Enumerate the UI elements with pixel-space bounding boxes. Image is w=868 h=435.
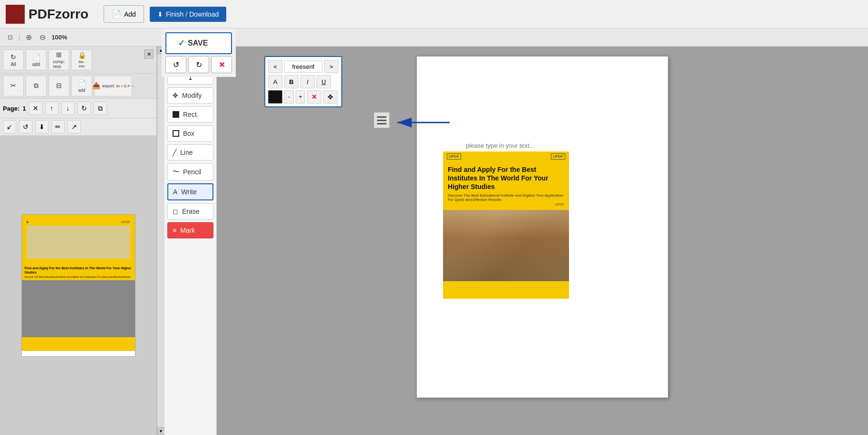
box-tool-button[interactable]: Box — [167, 125, 213, 142]
rect-tool-button[interactable]: Rect. — [167, 106, 213, 123]
header: PDFzorro 📄 Add ⬇ Finish / Download — [0, 0, 868, 28]
write-tool-button[interactable]: A Write — [167, 183, 213, 200]
prev-font-button[interactable]: < — [268, 60, 282, 73]
logo-icon — [6, 5, 25, 24]
left-sidebar: ↻ All 📄 add ⊞ comp-ress 🔒 file-info ✕ ✂ — [0, 47, 157, 435]
text-format-toolbar: < freeserif > A B I U - + ✕ ✥ — [264, 56, 342, 107]
canvas-area: < freeserif > A B I U - + ✕ ✥ — [217, 47, 868, 435]
pdf-image-area — [443, 210, 569, 281]
logo-text: PDFzorro — [29, 7, 88, 22]
menu-line-1 — [377, 116, 386, 118]
pdf-page: UPDF UPDF Find and Apply For the Best In… — [416, 56, 668, 398]
menu-icon-button[interactable] — [374, 112, 390, 128]
font-name: freeserif — [284, 61, 322, 73]
arrow-indicator — [393, 115, 450, 132]
write-icon: A — [173, 188, 177, 196]
delete-page-button[interactable]: ✕ — [29, 102, 42, 115]
add-button[interactable]: 📄 Add — [104, 5, 144, 23]
export-icon[interactable]: ⬇ — [35, 120, 48, 133]
main-area: ↻ All 📄 add ⊞ comp-ress 🔒 file-info ✕ ✂ — [0, 47, 868, 435]
line-tool-button[interactable]: ╱ Line — [167, 144, 213, 161]
pencil-tool-button[interactable]: 〜 Pencil — [167, 163, 213, 180]
line-icon: ╱ — [173, 149, 176, 156]
erase-tool-button[interactable]: ◻ Erase — [167, 203, 213, 219]
copy-page-button[interactable]: ⧉ — [94, 102, 107, 115]
font-size-plus-button[interactable]: + — [296, 90, 305, 104]
logo-area: PDFzorro — [6, 5, 88, 24]
security-tool[interactable]: 🔒 file-info — [71, 49, 92, 70]
pdf-people-image — [443, 210, 569, 281]
checkmark-icon: ✓ — [178, 47, 185, 48]
rotate-all-tool[interactable]: ↻ All — [3, 49, 24, 70]
page-label: Page: — [3, 105, 19, 112]
pencil-icon: 〜 — [173, 168, 179, 176]
scroll-down-arrow[interactable]: ▼ — [157, 427, 165, 435]
move-text-button[interactable]: ✥ — [323, 90, 338, 104]
text-color-button[interactable] — [268, 90, 282, 104]
share-icon[interactable]: ↗ — [68, 120, 81, 133]
pdf-title-area: Find and Apply For the Best Institutes I… — [443, 161, 569, 210]
text-input-field[interactable] — [462, 138, 590, 152]
next-font-button[interactable]: > — [324, 60, 338, 73]
page-controls: Page: 1 ✕ ↑ ↓ ↻ ⧉ — [0, 99, 156, 118]
rotate-left-icon[interactable]: ↺ — [19, 120, 32, 133]
box-icon — [173, 130, 179, 137]
page-icons-row: ↙ ↺ ⬇ ✏ ↗ — [0, 118, 156, 136]
compress-tool[interactable]: ⊞ comp-ress — [48, 49, 69, 70]
zoom-out-button[interactable]: ⊖ — [38, 32, 48, 43]
save-toolbar: ✓ SAVE ↺ ↻ ✕ — [162, 47, 236, 77]
font-size-minus-button[interactable]: - — [284, 90, 294, 104]
extract-icon[interactable]: ↙ — [3, 120, 16, 133]
download-icon: ⬇ — [157, 10, 163, 18]
add-pdf-icon: 📄 — [112, 9, 121, 19]
erase-icon: ◻ — [173, 208, 178, 215]
move-page-up-button[interactable]: ↑ — [45, 102, 58, 115]
redo-button[interactable]: ↻ — [188, 56, 209, 73]
zoom-level: 100% — [51, 34, 67, 41]
pdf-logo3: UPDF — [448, 203, 564, 206]
menu-line-3 — [377, 123, 386, 124]
rect-icon — [173, 111, 179, 118]
tools-panel: ✥ Modify Rect. Box ╱ Line 〜 Pencil A Wri… — [164, 47, 217, 435]
add-page-tool[interactable]: 📄 add — [26, 49, 47, 70]
scroll-track[interactable] — [157, 54, 164, 427]
add-tool2[interactable]: 📄 add — [71, 76, 92, 96]
sidebar-scrollbar[interactable]: ▲ ▼ — [157, 47, 164, 435]
pdf-logo-text: UPDF — [447, 153, 461, 160]
save-button[interactable]: ✓ SAVE — [165, 47, 232, 54]
export-tool[interactable]: 📤 export W X E P H — [94, 76, 132, 96]
copy-tool[interactable]: ⧉ — [26, 76, 47, 96]
finish-download-button[interactable]: ⬇ Finish / Download — [150, 7, 226, 22]
modify-tool-button[interactable]: ✥ Modify — [167, 87, 213, 104]
undo-redo-row: ↺ ↻ ✕ — [165, 56, 232, 73]
split-tool[interactable]: ⊟ — [48, 76, 69, 96]
page-number: 1 — [22, 105, 26, 112]
pdf-logo-bar: UPDF UPDF — [443, 151, 569, 161]
rotate-page-button[interactable]: ↻ — [77, 102, 91, 115]
delete-text-button[interactable]: ✕ — [307, 90, 321, 104]
italic-button[interactable]: I — [300, 75, 315, 88]
edit-icon[interactable]: ✏ — [51, 120, 65, 133]
toolbar-bottom: ✂ ⧉ ⊟ 📄 add 📤 export W X E P H — [0, 74, 156, 99]
undo-button[interactable]: ↺ — [165, 56, 186, 73]
pdf-logo-text2: UPDF — [551, 153, 565, 160]
page-thumbnail[interactable]: ■UPDF Find and Apply For the Best Instit… — [21, 214, 135, 357]
pdf-subtitle: Discover The Best Educational Institute … — [448, 193, 564, 202]
modify-icon: ✥ — [173, 92, 178, 99]
underline-button[interactable]: U — [317, 75, 331, 88]
mark-tool-button[interactable]: ≡ Mark — [167, 222, 213, 238]
char-a-button[interactable]: A — [268, 75, 282, 88]
zoom-in-button[interactable]: ⊕ — [24, 32, 34, 43]
pdf-document-content: UPDF UPDF Find and Apply For the Best In… — [443, 151, 569, 299]
move-page-down-button[interactable]: ↓ — [61, 102, 75, 115]
zoom-separator: | — [19, 34, 20, 41]
toolbar-close[interactable]: ✕ — [144, 49, 154, 59]
cancel-button[interactable]: ✕ — [211, 56, 232, 73]
bold-button[interactable]: B — [284, 75, 299, 88]
page-thumbnail-area: ■UPDF Find and Apply For the Best Instit… — [0, 136, 156, 435]
menu-line-2 — [377, 120, 386, 121]
zoom-bar: ⊡ | ⊕ ⊖ 100% — [0, 28, 868, 47]
pdf-bottom-bar — [443, 281, 569, 291]
cut-tool[interactable]: ✂ — [3, 76, 24, 96]
zoom-fit-button[interactable]: ⊡ — [6, 33, 15, 42]
